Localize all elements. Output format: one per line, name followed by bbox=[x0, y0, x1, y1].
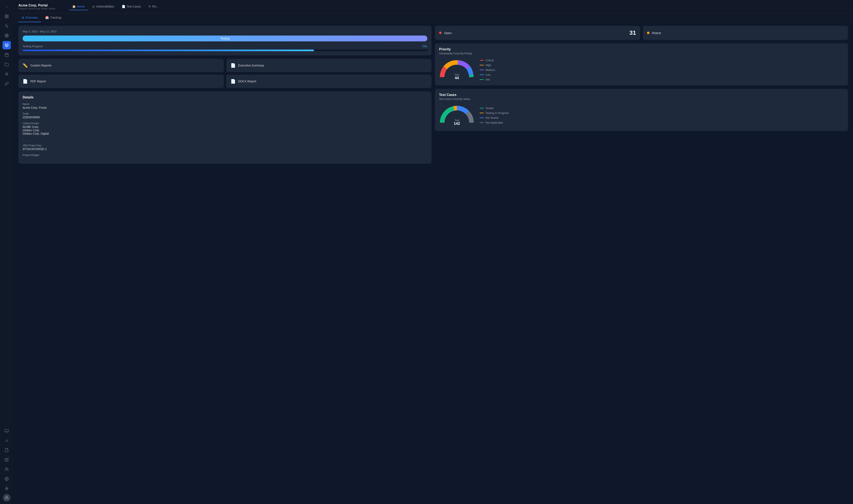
retest-dot bbox=[647, 32, 649, 34]
linked-group-3: Globex Corp. Digital bbox=[22, 132, 427, 135]
docx-report-label: DOCX Report bbox=[238, 80, 256, 83]
sidebar-toggle-icon[interactable]: › bbox=[2, 2, 11, 11]
testcases-donut-wrapper: Total 142 bbox=[439, 104, 475, 127]
overview-icon: ⊞ bbox=[22, 16, 24, 19]
progress-text: Testing Progress bbox=[22, 45, 43, 48]
sidebar-item-notes[interactable] bbox=[2, 455, 11, 464]
right-column: Open 31 Retest Priority Vulnerability Co… bbox=[433, 22, 853, 167]
sidebar-item-projects[interactable] bbox=[2, 41, 11, 49]
not-applicable-label: Not Applicable bbox=[486, 121, 503, 124]
legend-tested: Tested bbox=[480, 107, 509, 110]
tab-tc-label: Test Cases bbox=[126, 5, 141, 8]
custom-reports-card[interactable]: ✏️ Custom Reports bbox=[18, 59, 224, 72]
testcases-donut-container: Total 142 Tested Testing In Prog bbox=[439, 104, 844, 127]
executive-summary-icon: 📄 bbox=[230, 63, 236, 68]
portal-title: Acme Corp. Portal bbox=[18, 3, 55, 7]
progress-bar-bg bbox=[22, 50, 427, 51]
priority-donut-wrapper: Total 44 bbox=[439, 58, 475, 81]
svg-rect-0 bbox=[5, 15, 6, 16]
low-color bbox=[480, 74, 484, 75]
sidebar-item-calendar[interactable] bbox=[2, 51, 11, 59]
detail-budget: Project Budget bbox=[22, 154, 427, 157]
subtab-tracking-label: Tracking bbox=[50, 16, 61, 19]
tab-vulnerabilities[interactable]: ◎ Vulnerabilities bbox=[89, 3, 118, 10]
docx-report-card[interactable]: 📄 DOCX Report bbox=[226, 75, 432, 88]
status-open-count: 31 bbox=[629, 30, 636, 36]
testcases-legend: Tested Testing In Progress Not Tested bbox=[480, 107, 509, 124]
home-icon: 🏠 bbox=[72, 5, 76, 8]
svg-rect-13 bbox=[5, 429, 8, 432]
overview-layout: May 3, 2023 - May 12, 2023 Testing Testi… bbox=[13, 22, 853, 167]
not-applicable-color bbox=[480, 122, 484, 123]
svg-rect-1 bbox=[7, 15, 8, 16]
priority-donut-container: Total 44 Critical High bbox=[439, 58, 844, 81]
docx-report-icon: 📄 bbox=[230, 79, 236, 84]
status-open-card: Open 31 bbox=[435, 26, 640, 40]
sidebar: › bbox=[0, 0, 13, 504]
tested-color bbox=[480, 108, 484, 108]
detail-linked-groups: Linked Groups ACME Corp. Globex Corp. Gl… bbox=[22, 122, 427, 135]
svg-point-6 bbox=[6, 35, 7, 36]
sidebar-item-monitor[interactable] bbox=[2, 427, 11, 435]
tracking-icon: 📅 bbox=[45, 16, 49, 19]
subtabs-bar: ⊞ Overview 📅 Tracking bbox=[13, 13, 853, 22]
detail-jira: JIRA Project Key ATTACKFORGE-1 bbox=[22, 144, 427, 151]
testing-badge: Testing bbox=[22, 36, 427, 41]
status-open-label: Open bbox=[444, 31, 627, 35]
testcases-subtitle: Test Cases Count By Status bbox=[439, 97, 844, 101]
legend-critical: Critical bbox=[480, 59, 495, 62]
reports-grid: ✏️ Custom Reports 📄 Executive Summary 📄 … bbox=[18, 59, 432, 88]
detail-code-value: ZDEMO9999 bbox=[22, 115, 427, 119]
subtab-tracking[interactable]: 📅 Tracking bbox=[42, 13, 65, 22]
sidebar-item-files[interactable] bbox=[2, 60, 11, 69]
user-avatar[interactable] bbox=[3, 494, 11, 502]
legend-info: Info bbox=[480, 78, 495, 81]
subtab-overview[interactable]: ⊞ Overview bbox=[18, 13, 41, 22]
tab-test-cases[interactable]: 📄 Test Cases bbox=[118, 3, 144, 10]
sidebar-item-plugins[interactable] bbox=[2, 484, 11, 493]
linked-group-2: Globex Corp. bbox=[22, 129, 427, 132]
progress-label-row: Testing Progress 72% bbox=[22, 45, 427, 48]
info-color bbox=[480, 79, 484, 80]
open-dot bbox=[439, 32, 441, 34]
high-color bbox=[480, 65, 484, 66]
not-tested-color bbox=[480, 118, 484, 118]
svg-rect-3 bbox=[7, 17, 8, 18]
in-progress-label: Testing In Progress bbox=[486, 111, 509, 114]
sidebar-item-links[interactable] bbox=[2, 79, 11, 88]
sidebar-item-dashboard[interactable] bbox=[2, 12, 11, 20]
priority-legend: Critical High Medium bbox=[480, 59, 495, 81]
in-progress-color bbox=[480, 113, 484, 113]
tab-re[interactable]: ↻ Re... bbox=[145, 3, 162, 10]
tab-vuln-label: Vulnerabilities bbox=[96, 5, 114, 8]
svg-marker-21 bbox=[5, 487, 8, 490]
sidebar-item-settings[interactable] bbox=[2, 475, 11, 483]
sidebar-item-reports[interactable] bbox=[2, 436, 11, 445]
sidebar-item-analytics[interactable] bbox=[2, 22, 11, 30]
pdf-report-card[interactable]: 📄 PDF Report bbox=[18, 75, 224, 88]
tab-home[interactable]: 🏠 Home bbox=[69, 3, 88, 10]
sidebar-item-users[interactable] bbox=[2, 465, 11, 473]
svg-text:44: 44 bbox=[455, 76, 459, 80]
date-range: May 3, 2023 - May 12, 2023 bbox=[22, 30, 427, 33]
svg-point-20 bbox=[6, 479, 7, 480]
details-title: Details bbox=[22, 95, 427, 99]
progress-bar-fill bbox=[22, 50, 314, 51]
status-retest-card: Retest bbox=[643, 26, 848, 40]
subtab-overview-label: Overview bbox=[25, 16, 38, 19]
svg-point-22 bbox=[6, 496, 7, 498]
sidebar-item-bugs[interactable] bbox=[2, 70, 11, 78]
tab-re-label: Re... bbox=[152, 5, 159, 8]
low-label: Low bbox=[486, 73, 490, 76]
medium-label: Medium bbox=[486, 68, 495, 72]
testcases-chart-card: Test Cases Test Cases Count By Status bbox=[435, 89, 848, 131]
info-label: Info bbox=[486, 78, 490, 81]
legend-medium: Medium bbox=[480, 68, 495, 72]
svg-point-19 bbox=[5, 468, 7, 469]
executive-summary-card[interactable]: 📄 Executive Summary bbox=[226, 59, 432, 72]
testing-progress-card: May 3, 2023 - May 12, 2023 Testing Testi… bbox=[18, 26, 432, 55]
detail-jira-value: ATTACKFORGE-1 bbox=[22, 147, 427, 151]
sidebar-item-targets[interactable] bbox=[2, 31, 11, 40]
tc-icon: 📄 bbox=[122, 5, 125, 8]
sidebar-item-docs[interactable] bbox=[2, 446, 11, 454]
